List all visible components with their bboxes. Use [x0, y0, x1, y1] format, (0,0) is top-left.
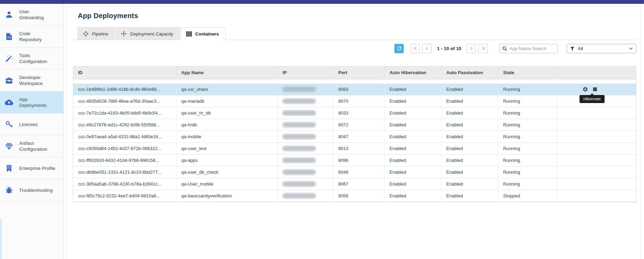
cell-app_name: qa-user_hr_db [176, 107, 278, 119]
cell-auto_passivation: Enabled [441, 143, 498, 155]
column-header-id[interactable]: ID [73, 66, 176, 79]
sidebar-item-user-onboarding[interactable]: User Onboarding [0, 4, 63, 26]
first-page-icon [413, 46, 418, 51]
cell-app_name: qa-user_test [176, 143, 278, 155]
cell-auto_hibernation: Enabled [385, 166, 441, 178]
column-header-port[interactable]: Port [333, 66, 385, 79]
row-settings-icon[interactable] [582, 86, 588, 92]
ip-redacted [282, 134, 316, 139]
sidebar-item-developer-workspace[interactable]: Developer Workspace [0, 70, 63, 92]
table-row[interactable]: ccc-1b499fa1-2d98-416b-8c4b-960e68...qa-… [73, 84, 636, 95]
tab-pipeline[interactable]: Pipeline [78, 27, 115, 40]
sidebar: User OnboardingCode RepositoryTools Conf… [0, 4, 64, 259]
table-row[interactable]: ccc-c5050d64-1452-4c57-872b-086322...qa-… [73, 143, 636, 155]
tab-label: Pipeline [92, 31, 108, 37]
sidebar-item-enterprise-profile[interactable]: Enterprise Profile [0, 157, 63, 179]
sidebar-item-label: Troubleshooting [19, 187, 53, 193]
cell-app_name: qa-user_db_check [176, 166, 278, 178]
sidebar-item-label: Artifact Configuration [19, 140, 47, 152]
cell-actions [557, 107, 636, 119]
sidebar-item-label: User Onboarding [19, 9, 44, 21]
prev-page-icon [425, 46, 430, 51]
cell-state: Running [498, 143, 557, 155]
ip-redacted [282, 181, 316, 187]
table-row[interactable]: ccc-49c27876-ed1c-4292-b0f8-550588...qa-… [73, 119, 636, 131]
cell-auto_passivation: Enabled [441, 166, 498, 178]
cell-auto_passivation: Enabled [441, 131, 498, 143]
tab-bar: Pipeline Deployment Capacity Containers [73, 27, 636, 40]
pipeline-icon [83, 31, 89, 37]
search-input[interactable] [499, 44, 558, 53]
cell-actions [557, 178, 636, 190]
cell-auto_passivation: Enabled [441, 190, 498, 202]
sidebar-nav: User OnboardingCode RepositoryTools Conf… [0, 4, 63, 201]
sidebar-item-code-repository[interactable]: Code Repository [0, 26, 63, 48]
cell-app_name: qa-usr_share [176, 84, 278, 95]
table-row[interactable]: ccc-7e72c1da-4193-4b05-b8d0-6b9c54...qa-… [73, 107, 636, 119]
table-body: ccc-1b499fa1-2d98-416b-8c4b-960e68...qa-… [73, 84, 636, 202]
sidebar-item-licenses[interactable]: Licenses [0, 113, 63, 135]
cell-auto_hibernation: Enabled [385, 119, 441, 131]
cell-auto_hibernation: Enabled [385, 95, 441, 107]
filter-value: All [578, 46, 626, 51]
sidebar-item-label: Tools Configuration [19, 53, 47, 64]
ip-redacted [282, 170, 316, 175]
next-page-button[interactable] [467, 44, 476, 53]
column-header-state[interactable]: State [498, 66, 557, 79]
cell-auto_hibernation: Enabled [385, 178, 441, 190]
table-header: IDApp NameIPPortAuto HibernationAuto Pas… [73, 66, 636, 79]
app-root: User OnboardingCode RepositoryTools Conf… [0, 0, 644, 259]
ip-redacted [282, 158, 316, 163]
cell-id: ccc-49c27876-ed1c-4292-b0f8-550588... [73, 119, 176, 131]
table-header-gap [73, 79, 636, 84]
sidebar-scrollbar[interactable] [0, 219, 2, 259]
cell-state: Running [498, 119, 557, 131]
cell-auto_passivation: Enabled [441, 84, 498, 95]
table-row[interactable]: ccc-385aa5ab-3788-4230-b78a-b2841c...qa-… [73, 178, 636, 190]
key-icon [5, 120, 14, 129]
cell-auto_hibernation: Enabled [385, 143, 441, 155]
cell-port: 8058 [333, 190, 385, 202]
ip-redacted [282, 146, 316, 151]
table-row[interactable]: ccc-ff502633-8432-41d4-97b6-996156...qa-… [73, 155, 636, 166]
tab-label: Containers [195, 31, 219, 37]
filter-dropdown[interactable]: All [567, 44, 636, 53]
diamond-icon [5, 142, 14, 151]
cell-ip [278, 178, 333, 190]
column-header-app-name[interactable]: App Name [176, 66, 278, 79]
cell-app_name: qa-mariadb [176, 95, 278, 107]
sidebar-item-artifact-configuration[interactable]: Artifact Configuration [0, 135, 63, 157]
table-row[interactable]: ccc-f85c75c2-9232-4ee7-b404-9810a8...qa-… [73, 190, 636, 202]
cell-state: Running [498, 107, 557, 119]
cell-port: 8083 [333, 84, 385, 95]
cell-app_name: qa-mobile [176, 131, 278, 143]
refresh-button[interactable] [394, 44, 404, 53]
page-title: App Deployments [78, 12, 636, 20]
last-page-button[interactable] [478, 44, 488, 53]
cell-actions [557, 131, 636, 143]
hibernate-tooltip: Hibernate [579, 95, 605, 103]
row-hibernate-icon[interactable] [593, 87, 597, 91]
table-row[interactable]: ccc-db9be051-2331-4121-8c10-8bd277...qa-… [73, 166, 636, 178]
tab-deployment-capacity[interactable]: Deployment Capacity [116, 27, 180, 40]
prev-page-button[interactable] [422, 44, 432, 53]
sidebar-item-troubleshooting[interactable]: Troubleshooting [0, 179, 63, 201]
table-row[interactable]: ccc-4835d026-788f-46ea-a76d-30aac3...qa-… [73, 95, 636, 107]
column-header-auto-passivation[interactable]: Auto Passivation [441, 66, 498, 79]
cell-id: ccc-385aa5ab-3788-4230-b78a-b2841c... [73, 178, 176, 190]
column-header-ip[interactable]: IP [278, 66, 333, 79]
chevron-down-icon [629, 47, 633, 50]
main-area: App Deployments Pipeline Deployment Capa… [64, 4, 644, 259]
table-row[interactable]: ccc-0e97aea4-a5af-4102-86a1-fd60e16...qa… [73, 131, 636, 143]
first-page-button[interactable] [410, 44, 420, 53]
column-header-auto-hibernation[interactable]: Auto Hibernation [385, 66, 441, 79]
cell-app_name: qa-User_mobile [176, 178, 278, 190]
sidebar-item-app-deployments[interactable]: App Deployments [0, 92, 63, 113]
cell-auto_hibernation: Enabled [385, 84, 441, 95]
cell-ip [278, 190, 333, 202]
bug-icon [5, 186, 14, 195]
sidebar-item-tools-configuration[interactable]: Tools Configuration [0, 48, 63, 70]
tab-containers[interactable]: Containers [181, 28, 226, 40]
building-icon [5, 164, 14, 173]
cell-id: ccc-ff502633-8432-41d4-97b6-996156... [73, 155, 176, 166]
